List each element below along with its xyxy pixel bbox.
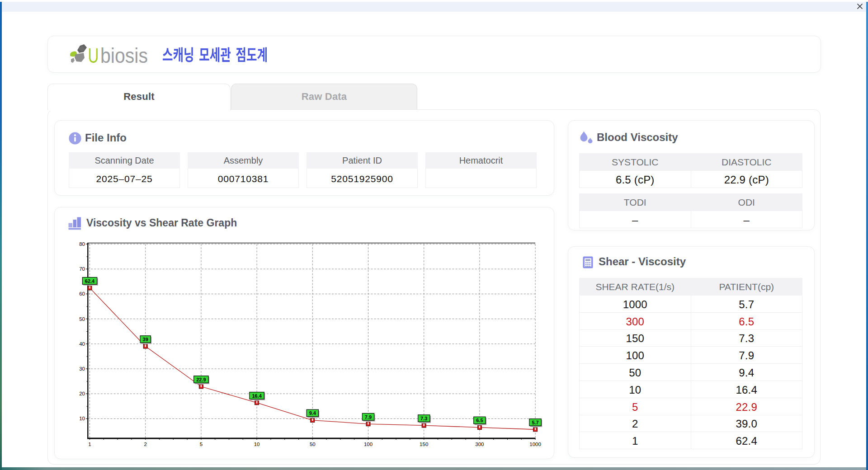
svg-text:16.4: 16.4 — [252, 393, 262, 399]
svg-text:7.3: 7.3 — [420, 416, 427, 421]
svg-text:39: 39 — [143, 337, 148, 342]
svg-text:30: 30 — [79, 366, 85, 371]
svg-text:100: 100 — [364, 442, 373, 447]
svg-text:10: 10 — [254, 442, 260, 447]
svg-text:5.7: 5.7 — [532, 420, 538, 425]
svg-text:22.9: 22.9 — [196, 377, 206, 382]
svg-text:80: 80 — [79, 241, 85, 247]
svg-text:5: 5 — [200, 442, 203, 447]
svg-text:50: 50 — [310, 442, 316, 447]
svg-text:60: 60 — [79, 291, 85, 296]
svg-text:50: 50 — [79, 316, 85, 322]
svg-text:40: 40 — [79, 341, 85, 347]
svg-text:70: 70 — [79, 266, 85, 272]
svg-text:2: 2 — [144, 442, 146, 447]
svg-text:300: 300 — [475, 442, 484, 447]
svg-text:1: 1 — [88, 442, 91, 447]
svg-text:62.4: 62.4 — [85, 278, 95, 284]
svg-text:10: 10 — [79, 416, 85, 421]
svg-text:6.5: 6.5 — [476, 418, 483, 423]
svg-text:7.9: 7.9 — [365, 414, 372, 420]
svg-text:9.4: 9.4 — [309, 410, 316, 416]
svg-text:150: 150 — [420, 442, 428, 447]
svg-text:1000: 1000 — [529, 442, 541, 447]
svg-text:20: 20 — [79, 391, 85, 396]
